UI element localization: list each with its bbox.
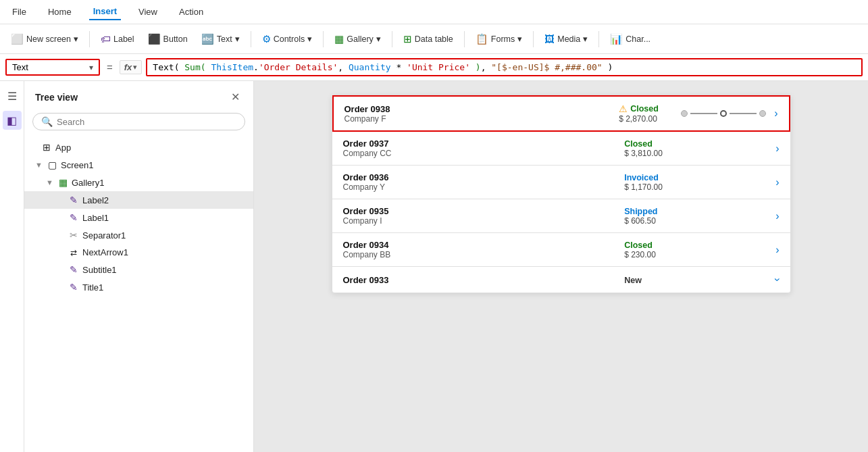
chevron-0938[interactable]: ›: [774, 107, 777, 120]
search-box[interactable]: 🔍: [32, 113, 245, 130]
order-company-0937: Company CC: [343, 149, 617, 158]
sidebar-layers-icon[interactable]: ◧: [3, 111, 22, 130]
status-badge-0938: Closed: [630, 104, 659, 114]
forms-btn-label: Forms: [491, 34, 515, 44]
gallery-btn-label: Gallery: [347, 34, 374, 44]
media-icon: 🖼: [544, 33, 555, 45]
app-icon: ⊞: [41, 142, 53, 153]
tree-close-button[interactable]: ✕: [228, 89, 242, 105]
app-label: App: [55, 143, 71, 153]
dot2-0938: [720, 110, 727, 117]
chevron-0933[interactable]: ›: [771, 278, 784, 281]
screen1-icon: ▢: [46, 159, 58, 170]
order-status-0933: New: [624, 275, 678, 285]
tree-item-gallery1[interactable]: ▼ ▦ Gallery1: [24, 174, 253, 191]
gallery-row-0935[interactable]: Order 0935 Company I Shipped $ 606.50 ›: [332, 199, 790, 233]
gallery-row-0933[interactable]: Order 0933 New ›: [332, 267, 790, 293]
tree-item-nextarrow1[interactable]: ⇄ NextArrow1: [24, 244, 253, 261]
tree-item-title1[interactable]: ✎ Title1: [24, 278, 253, 296]
media-button[interactable]: 🖼 Media ▾: [539, 30, 593, 47]
gallery-card: Order 0938 Company F ⚠ Closed $ 2,870.00: [332, 95, 791, 293]
menu-action[interactable]: Action: [175, 4, 207, 20]
tree-item-separator1[interactable]: ✂ Separator1: [24, 226, 253, 244]
gallery-button[interactable]: ▦ Gallery ▾: [329, 30, 386, 48]
order-status-0938: ⚠ Closed $ 2,870.00: [619, 103, 673, 124]
label2-label: Label2: [82, 195, 109, 205]
tree-item-subtitle1[interactable]: ✎ Subtitle1: [24, 261, 253, 278]
nextarrow1-label: NextArrow1: [82, 247, 128, 257]
new-screen-chevron-icon: ▾: [74, 34, 78, 44]
label2-icon: ✎: [68, 195, 80, 205]
toolbar-sep-2: [251, 31, 251, 47]
tree-item-label2[interactable]: ✎ Label2: [24, 191, 253, 209]
controls-btn-label: Controls: [274, 34, 305, 44]
menu-insert[interactable]: Insert: [89, 3, 121, 20]
chart-icon: 📊: [610, 33, 623, 45]
subtitle1-label: Subtitle1: [82, 265, 117, 275]
order-info-0936: Order 0936 Company Y: [343, 172, 617, 192]
controls-button[interactable]: ⚙ Controls ▾: [257, 30, 318, 48]
text-chevron-icon: ▾: [235, 34, 240, 44]
text-btn-label: Text: [217, 34, 232, 44]
order-company-0936: Company Y: [343, 182, 617, 192]
formula-text: Text( Sum( ThisItem.'Order Details', Qua…: [153, 62, 613, 72]
gallery1-expand-icon: ▼: [46, 178, 54, 186]
progress-chart-0938: [681, 110, 766, 117]
order-amount-0938: $ 2,870.00: [619, 114, 673, 124]
toolbar-sep-1: [89, 31, 90, 47]
order-amount-0934: $ 230.00: [624, 250, 678, 259]
chart-button[interactable]: 📊 Char...: [605, 30, 656, 48]
formula-close-sum: ): [476, 62, 481, 72]
order-company-0934: Company BB: [343, 250, 617, 259]
forms-button[interactable]: 📋 Forms ▾: [470, 30, 528, 48]
screen1-expand-icon: ▼: [35, 161, 43, 169]
menu-view[interactable]: View: [134, 4, 161, 20]
order-id-0933: Order 0933: [343, 275, 617, 285]
text-icon: 🔤: [201, 33, 214, 45]
chevron-0936[interactable]: ›: [775, 176, 779, 189]
new-screen-button[interactable]: ⬜ New screen ▾: [5, 30, 84, 48]
search-icon: 🔍: [41, 116, 53, 127]
status-badge-0935: Shipped: [624, 207, 657, 216]
sidebar-hamburger-icon[interactable]: ☰: [3, 86, 22, 105]
order-info-0935: Order 0935 Company I: [343, 206, 617, 226]
canvas-area: Order 0938 Company F ⚠ Closed $ 2,870.00: [254, 81, 868, 452]
button-icon: ⬛: [148, 33, 161, 45]
menu-home[interactable]: Home: [44, 4, 76, 20]
fx-chevron-icon[interactable]: ▾: [133, 63, 137, 72]
label-button[interactable]: 🏷 Label: [95, 30, 140, 47]
gallery-row-0937[interactable]: Order 0937 Company CC Closed $ 3,810.00 …: [332, 132, 790, 166]
chevron-0935[interactable]: ›: [775, 210, 779, 222]
formula-input[interactable]: Text( Sum( ThisItem.'Order Details', Qua…: [146, 58, 863, 76]
fx-label: fx: [124, 62, 132, 72]
order-id-0935: Order 0935: [343, 206, 617, 216]
fx-button[interactable]: fx ▾: [120, 60, 143, 74]
toolbar-sep-5: [464, 31, 465, 47]
text-button[interactable]: 🔤 Text ▾: [196, 30, 245, 48]
menu-file[interactable]: File: [8, 4, 30, 20]
tree-item-app[interactable]: ⊞ App: [24, 139, 253, 156]
formula-name-chevron-icon[interactable]: ▾: [89, 63, 93, 72]
gallery-row-0936[interactable]: Order 0936 Company Y Invoiced $ 1,170.00…: [332, 166, 790, 199]
separator1-icon: ✂: [68, 230, 80, 241]
order-company-0935: Company I: [343, 216, 617, 226]
gallery-row-0934[interactable]: Order 0934 Company BB Closed $ 230.00 ›: [332, 233, 790, 267]
order-amount-0936: $ 1,170.00: [624, 182, 678, 192]
controls-icon: ⚙: [262, 33, 271, 45]
button-button[interactable]: ⬛ Button: [143, 30, 193, 48]
tree-item-screen1[interactable]: ▼ ▢ Screen1: [24, 156, 253, 174]
label1-label: Label1: [82, 213, 109, 223]
gallery-row-0938[interactable]: Order 0938 Company F ⚠ Closed $ 2,870.00: [332, 95, 790, 132]
formula-format-text: "[$-en-US]$ #,###.00": [491, 62, 602, 72]
formula-name-text: Text: [12, 62, 89, 72]
data-table-button[interactable]: ⊞ Data table: [398, 30, 459, 48]
label-btn-label: Label: [113, 34, 134, 44]
order-status-0936: Invoiced $ 1,170.00: [624, 172, 678, 192]
formula-orderdetails-text: 'Order Details': [259, 62, 338, 72]
data-table-btn-label: Data table: [415, 34, 453, 44]
chevron-0937[interactable]: ›: [775, 143, 779, 155]
tree-item-label1[interactable]: ✎ Label1: [24, 209, 253, 226]
search-input[interactable]: [57, 117, 236, 127]
formula-name-box[interactable]: Text ▾: [5, 59, 100, 76]
chevron-0934[interactable]: ›: [775, 244, 779, 256]
